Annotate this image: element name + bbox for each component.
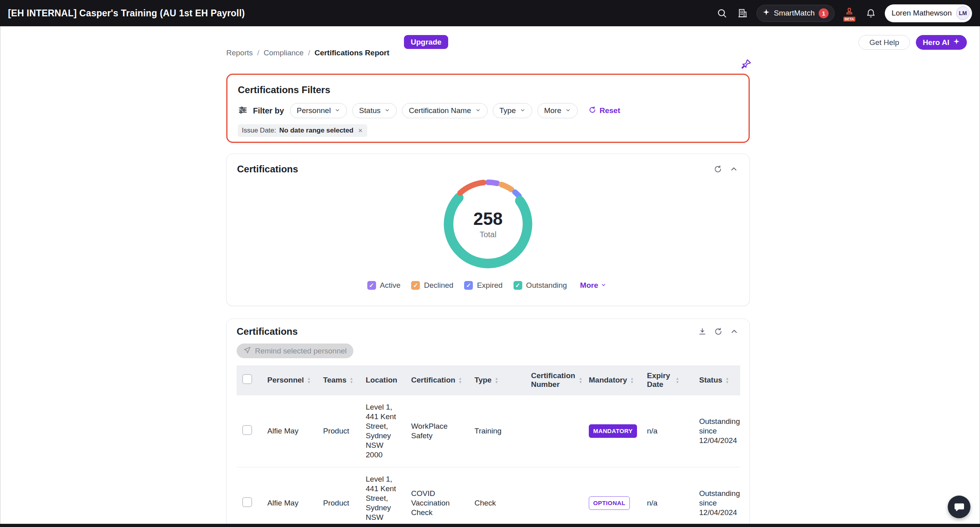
- chip-value: No date range selected: [279, 127, 353, 135]
- chat-button[interactable]: [948, 496, 970, 518]
- user-avatar: LM: [956, 6, 970, 20]
- column-header-certification-number[interactable]: Certification Number▲▼: [531, 365, 589, 395]
- search-icon[interactable]: [715, 6, 729, 20]
- more-filters-dropdown[interactable]: More: [537, 103, 578, 118]
- table-row: Alfie May Product Level 1, 441 Kent Stre…: [237, 395, 740, 467]
- personnel-filter-dropdown[interactable]: Personnel: [290, 103, 347, 118]
- sparkles-icon: [953, 38, 960, 47]
- chevron-down-icon: [565, 106, 571, 115]
- legend-more-dropdown[interactable]: More: [578, 281, 609, 290]
- organisation-building-icon[interactable]: [736, 6, 749, 20]
- pin-icon[interactable]: [740, 58, 752, 71]
- breadcrumb: Reports / Compliance / Certifications Re…: [226, 49, 389, 57]
- chart-legend: Active Declined Expired Outstanding More: [237, 281, 739, 290]
- help-actions: Get Help Hero AI: [858, 35, 967, 50]
- smartmatch-button[interactable]: SmartMatch 1: [757, 5, 835, 22]
- legend-label-declined: Declined: [424, 281, 453, 290]
- donut-segment[interactable]: [502, 185, 512, 189]
- legend-label-outstanding: Outstanding: [526, 281, 567, 290]
- download-icon[interactable]: [697, 326, 708, 337]
- chip-prefix: Issue Date:: [242, 127, 276, 135]
- remind-selected-personnel-button[interactable]: Remind selected personnel: [237, 344, 353, 358]
- chevron-down-icon: [335, 106, 340, 115]
- row-checkbox[interactable]: [242, 425, 252, 435]
- chart-card-actions: [713, 164, 739, 174]
- breadcrumb-compliance[interactable]: Compliance: [264, 49, 304, 57]
- app-header: [EH INTERNAL] Casper's Training (AU 1st …: [0, 0, 980, 26]
- breadcrumb-reports[interactable]: Reports: [226, 49, 253, 57]
- column-header-mandatory[interactable]: Mandatory▲▼: [589, 365, 647, 395]
- notifications-bell-icon[interactable]: [864, 6, 878, 20]
- breadcrumb-separator: /: [257, 49, 259, 57]
- legend-item-declined: Declined: [411, 281, 453, 290]
- legend-checkbox-declined[interactable]: [411, 281, 420, 290]
- reset-label: Reset: [600, 106, 620, 115]
- donut-segment[interactable]: [515, 192, 519, 196]
- remove-chip-icon[interactable]: ×: [357, 127, 363, 134]
- reset-icon: [588, 106, 596, 116]
- breadcrumb-separator: /: [308, 49, 310, 57]
- legend-label-expired: Expired: [477, 281, 502, 290]
- sort-icon: ▲▼: [350, 377, 353, 384]
- certifications-filters-card: Certifications Filters Filter by Personn…: [226, 74, 750, 143]
- column-header-type[interactable]: Type▲▼: [474, 365, 531, 395]
- certification-name-filter-dropdown[interactable]: Certification Name: [402, 103, 487, 118]
- user-name: Loren Mathewson: [892, 9, 952, 18]
- table-row: Alfie May Product Level 1, 441 Kent Stre…: [237, 467, 740, 527]
- type-filter-dropdown[interactable]: Type: [493, 103, 532, 118]
- table-card-actions: [697, 326, 739, 337]
- legend-checkbox-expired[interactable]: [464, 281, 473, 290]
- smartmatch-badge: 1: [819, 8, 829, 18]
- select-all-checkbox[interactable]: [242, 374, 252, 384]
- issue-date-filter-chip: Issue Date: No date range selected ×: [238, 124, 367, 137]
- legend-item-outstanding: Outstanding: [514, 281, 567, 290]
- collapse-chevron-icon[interactable]: [729, 326, 739, 337]
- column-header-teams[interactable]: Teams▲▼: [323, 365, 366, 395]
- sort-icon: ▲▼: [676, 377, 679, 384]
- column-header-personnel[interactable]: Personnel▲▼: [267, 365, 323, 395]
- hero-ai-button[interactable]: Hero AI: [916, 35, 967, 50]
- certifications-table-card: Certifications Remind selected personnel: [226, 318, 750, 527]
- cell-certification-number: [531, 395, 589, 467]
- cell-status: Outstanding since 12/04/2024: [699, 395, 740, 467]
- beta-label: BETA: [843, 17, 855, 21]
- legend-checkbox-active[interactable]: [367, 281, 376, 290]
- certifications-table: Personnel▲▼ Teams▲▼ Location Certificati…: [237, 365, 740, 527]
- send-plane-icon: [243, 346, 251, 356]
- reset-filters-button[interactable]: Reset: [586, 105, 623, 116]
- legend-checkbox-outstanding[interactable]: [514, 281, 522, 290]
- beta-stamp-icon[interactable]: BETA: [842, 6, 857, 21]
- donut-segment[interactable]: [460, 183, 484, 193]
- chevron-down-icon: [520, 106, 525, 115]
- cell-expiry-date: n/a: [647, 467, 699, 527]
- donut-segment[interactable]: [449, 198, 527, 264]
- cell-type: Training: [474, 395, 531, 467]
- certifications-donut-chart: 258 Total: [440, 176, 536, 272]
- mandatory-badge: MANDATORY: [589, 424, 637, 438]
- legend-more-label: More: [580, 281, 598, 290]
- donut-segment[interactable]: [488, 182, 497, 183]
- cell-mandatory: MANDATORY: [589, 395, 647, 467]
- refresh-icon[interactable]: [713, 164, 723, 174]
- user-menu[interactable]: Loren Mathewson LM: [885, 4, 972, 22]
- hero-ai-label: Hero AI: [923, 38, 949, 47]
- collapse-chevron-icon[interactable]: [729, 164, 739, 174]
- column-header-expiry-date[interactable]: Expiry Date▲▼: [647, 365, 699, 395]
- cell-teams: Product: [323, 395, 366, 467]
- column-header-certification[interactable]: Certification▲▼: [411, 365, 474, 395]
- row-checkbox[interactable]: [242, 497, 252, 507]
- optional-badge: OPTIONAL: [589, 496, 630, 510]
- certifications-report-page: [EH INTERNAL] Casper's Training (AU 1st …: [0, 0, 980, 527]
- status-filter-dropdown[interactable]: Status: [352, 103, 397, 118]
- sort-icon: ▲▼: [630, 377, 634, 384]
- cell-type: Check: [474, 467, 531, 527]
- app-title: [EH INTERNAL] Casper's Training (AU 1st …: [8, 8, 245, 19]
- column-header-status[interactable]: Status▲▼: [699, 365, 740, 395]
- column-header-location: Location: [366, 365, 411, 395]
- upgrade-button[interactable]: Upgrade: [404, 35, 448, 49]
- donut-svg: [440, 176, 536, 272]
- filters-title: Certifications Filters: [238, 84, 738, 96]
- get-help-button[interactable]: Get Help: [858, 35, 910, 50]
- table-card-title: Certifications: [237, 326, 298, 337]
- refresh-icon[interactable]: [713, 326, 723, 337]
